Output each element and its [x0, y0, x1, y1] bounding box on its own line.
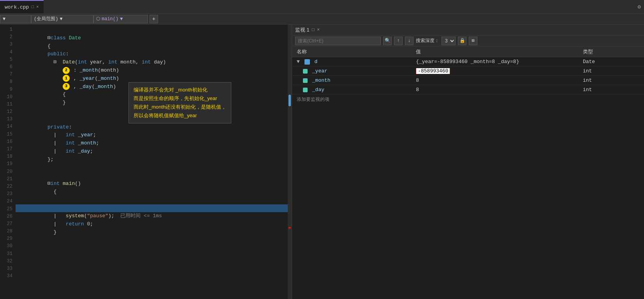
var-name-d: d — [314, 59, 317, 65]
scope-label: (全局范围) — [34, 16, 58, 22]
dropdown-scope[interactable]: (全局范围) ▼ — [31, 15, 93, 23]
var-name-month: _month — [312, 77, 331, 83]
watch-row-d[interactable]: ▼ d {_year=-858993460 _month=8 _day=8} D… — [292, 57, 644, 67]
code-line: } — [16, 220, 288, 229]
field-icon-month — [303, 78, 308, 83]
lock-btn[interactable]: 🔒 — [458, 37, 466, 45]
watch-cell-value-day: 8 — [414, 87, 581, 93]
tab-pin-icon: □ — [31, 5, 34, 9]
dropdown-arrow-left: ▼ — [3, 16, 5, 22]
annotation-line3: 而此时_month还没有初始化，是随机值， — [134, 103, 226, 111]
code-line: }; — [16, 148, 288, 156]
code-line: public: — [16, 42, 288, 51]
search-icon: 🔍 — [385, 38, 391, 44]
var-name-year: _year — [312, 68, 327, 74]
code-line: 1 , _year(_month) — [16, 67, 288, 75]
add-icon: + — [152, 16, 155, 22]
field-icon-year — [303, 69, 308, 74]
grid-icon: ⊞ — [472, 38, 474, 44]
code-line: { — [16, 34, 288, 42]
code-panel: 12345 678910 1112131415 1617181920 21222… — [0, 25, 292, 299]
code-line: | int _month; — [16, 131, 288, 139]
depth-label: 搜索深度： — [416, 37, 439, 44]
watch-cell-type-year: int — [581, 68, 641, 74]
watch-pin-icon: □ — [312, 27, 315, 33]
func-label: main() — [102, 16, 118, 22]
watch-toolbar: 🔍 ↑ ↓ 搜索深度： 3 1 2 4 5 🔒 ⊞ — [292, 35, 644, 46]
tab-bar: work.cpp □ × ⚙ — [0, 0, 644, 14]
annotation-box: 编译器并不会先对 _month初始化 而是按照生命的顺序，先初始化_year 而… — [128, 82, 231, 123]
dropdown-left[interactable]: ▼ — [0, 15, 31, 23]
watch-cell-value-d: {_year=-858993460 _month=8 _day=8} — [414, 59, 581, 65]
add-button[interactable]: + — [150, 15, 158, 23]
func-icon: ⬡ — [96, 16, 100, 22]
code-line — [16, 156, 288, 164]
up-arrow-icon: ↑ — [397, 38, 399, 44]
expand-icon-d: ▼ — [297, 59, 300, 65]
code-line: | int _year; — [16, 123, 288, 132]
code-line: ⊟int main() — [16, 172, 288, 180]
line-numbers: 12345 678910 1112131415 1617181920 21222… — [0, 25, 16, 299]
watch-table-header: 名称 值 类型 — [292, 46, 644, 57]
main-area: 12345 678910 1112131415 1617181920 21222… — [0, 25, 644, 299]
code-line — [16, 188, 288, 196]
annotation-line1: 编译器并不会先对 _month初始化 — [134, 86, 226, 94]
search-icon-btn[interactable]: 🔍 — [383, 37, 392, 45]
code-line: | return 0; — [16, 212, 288, 220]
watch-cell-name-month: _month — [295, 77, 414, 83]
add-watch-label: 添加要监视的项 — [297, 97, 329, 102]
func-dropdown-arrow: ▼ — [120, 16, 123, 22]
scope-dropdown-arrow: ▼ — [60, 16, 62, 22]
code-line: ⊟ Date(int year, int month, int day) — [16, 50, 288, 58]
watch-cell-type-month: int — [581, 77, 641, 83]
tab-close-icon[interactable]: × — [36, 5, 39, 9]
code-line: 2 : _month(month) — [16, 58, 288, 67]
header-type: 类型 — [581, 48, 641, 55]
day-value: 8 — [416, 87, 419, 93]
watch-row-day[interactable]: _day 8 int — [292, 85, 644, 95]
watch-title: 监视 1 — [295, 26, 310, 33]
type-month: int — [583, 77, 592, 83]
watch-close-icon[interactable]: × — [317, 27, 320, 33]
watch-cell-type-day: int — [581, 87, 641, 93]
var-name-day: _day — [312, 87, 324, 93]
code-line — [16, 164, 288, 172]
up-arrow-btn[interactable]: ↑ — [394, 37, 403, 45]
scrollbar-thumb[interactable] — [289, 95, 291, 106]
type-year: int — [583, 68, 592, 74]
dropdown-func[interactable]: ⬡ main() ▼ — [93, 15, 148, 23]
code-lines: ⊟class Date { public: ⊟ Date(int year, i… — [16, 25, 288, 299]
value-d: {_year=-858993460 _month=8 _day=8} — [416, 59, 519, 65]
active-tab[interactable]: work.cpp □ × — [0, 0, 44, 13]
watch-panel: 监视 1 □ × 🔍 ↑ ↓ 搜索深度： 3 1 2 4 5 — [292, 25, 644, 299]
watch-cell-name-year: _year — [295, 68, 414, 74]
watch-cell-name-day: _day — [295, 87, 414, 93]
watch-cell-type-d: Date — [581, 59, 641, 65]
code-toolbar: ▼ (全局范围) ▼ ⬡ main() ▼ + — [0, 14, 644, 25]
down-arrow-icon: ↓ — [408, 38, 410, 44]
tab-bar-right: ⚙ — [638, 4, 644, 10]
field-icon-day — [303, 88, 308, 92]
depth-select[interactable]: 3 1 2 4 5 — [442, 37, 456, 45]
code-content: 12345 678910 1112131415 1617181920 21222… — [0, 25, 292, 299]
watch-cell-value-month: 8 — [414, 77, 581, 83]
code-line: 3 , _day(_month) — [16, 75, 288, 83]
watch-row-month[interactable]: _month 8 int — [292, 76, 644, 85]
code-line-highlighted: | system("pause"); 已用时间 <= 1ms — [16, 204, 288, 213]
watch-cell-name-d: ▼ d — [295, 59, 414, 65]
gear-icon[interactable]: ⚙ — [638, 4, 641, 10]
watch-title-bar: 监视 1 □ × — [292, 25, 644, 35]
code-scrollbar[interactable] — [288, 25, 292, 299]
code-line: { — [16, 180, 288, 188]
code-line: | Date d(2022, 8, 1); — [16, 196, 288, 204]
down-arrow-btn[interactable]: ↓ — [405, 37, 413, 45]
watch-row-year[interactable]: _year -858993460 int — [292, 67, 644, 76]
watch-cell-value-year: -858993460 — [414, 68, 581, 74]
add-watch-row[interactable]: 添加要监视的项 — [292, 95, 644, 104]
watch-search-input[interactable] — [295, 37, 381, 45]
obj-icon-d — [304, 59, 310, 65]
header-value: 值 — [414, 48, 581, 55]
watch-table: ▼ d {_year=-858993460 _month=8 _day=8} D… — [292, 57, 644, 299]
grid-btn[interactable]: ⊞ — [469, 37, 477, 45]
tab-filename: work.cpp — [5, 4, 29, 10]
